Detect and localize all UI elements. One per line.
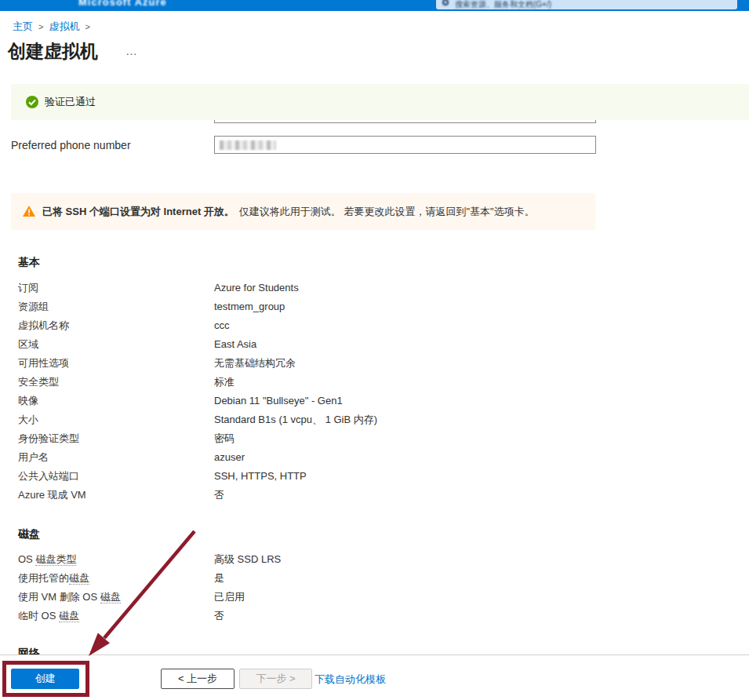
chevron-right-icon: >: [38, 22, 43, 31]
review-row-label: 临时 OS 磁盘: [18, 607, 214, 625]
review-row-value: ccc: [214, 316, 230, 335]
previous-button[interactable]: < 上一步: [161, 669, 235, 689]
azure-logo: Microsoft Azure: [78, 0, 167, 8]
review-row-value: testmem_group: [214, 297, 285, 316]
ssh-warning-bold-text: 已将 SSH 个端口设置为对 Internet 开放。: [42, 206, 235, 217]
section-basics: 基本 订阅Azure for Students 资源组testmem_group…: [18, 256, 377, 505]
tooltip-term: 磁盘类型: [35, 553, 76, 566]
review-row-label: 区域: [18, 335, 214, 354]
redacted-phone-value: [220, 140, 276, 150]
phone-number-field[interactable]: [214, 136, 596, 154]
review-row: Azure 现成 VM否: [18, 486, 377, 505]
footer-bar: 创建 < 上一步 下一步 > 下载自动化模板: [0, 654, 749, 700]
review-row: 用户名azuser: [18, 448, 377, 467]
review-row-value: SSH, HTTPS, HTTP: [214, 467, 307, 486]
review-row: 资源组testmem_group: [18, 297, 377, 316]
check-circle-icon: [26, 96, 38, 108]
warning-triangle-icon: [23, 206, 35, 217]
review-row-label: 用户名: [18, 448, 214, 467]
review-row-label: 资源组: [18, 297, 214, 316]
section-disks-title: 磁盘: [18, 527, 281, 541]
review-row-value: East Asia: [214, 335, 256, 354]
review-row-label: Azure 现成 VM: [18, 486, 214, 505]
review-row-label: 大小: [18, 410, 214, 429]
review-row: 虚拟机名称ccc: [18, 316, 377, 335]
search-placeholder: 搜索资源、服务和文档(G+/): [455, 0, 551, 9]
review-row: 临时 OS 磁盘 否: [18, 607, 281, 625]
review-row-label: 身份验证类型: [18, 429, 214, 448]
tooltip-term: 磁盘: [100, 591, 121, 603]
global-search-input[interactable]: 搜索资源、服务和文档(G+/): [436, 0, 737, 9]
review-row: 区域East Asia: [18, 335, 377, 354]
breadcrumb-vm-link[interactable]: 虚拟机: [49, 20, 79, 32]
review-row-value: Azure for Students: [214, 279, 299, 297]
section-basics-title: 基本: [18, 256, 377, 270]
review-row: 使用 VM 删除 OS 磁盘 已启用: [18, 588, 281, 607]
search-icon: [442, 0, 449, 5]
phone-number-label: Preferred phone number: [11, 139, 131, 151]
review-row: 映像Debian 11 "Bullseye" - Gen1: [18, 392, 377, 410]
review-row-value: 否: [214, 486, 224, 505]
section-disks: 磁盘 OS 磁盘类型 高级 SSD LRS 使用托管的磁盘 是 使用 VM 删除…: [18, 527, 281, 625]
breadcrumb: 主页>虚拟机>: [13, 20, 96, 34]
review-row: OS 磁盘类型 高级 SSD LRS: [18, 550, 281, 569]
validation-success-text: 验证已通过: [45, 84, 96, 120]
review-row: 公共入站端口SSH, HTTPS, HTTP: [18, 467, 377, 486]
review-row: 安全类型标准: [18, 373, 377, 392]
review-row: 大小Standard B1s (1 vcpu、 1 GiB 内存): [18, 410, 377, 429]
review-row-value: azuser: [214, 448, 245, 467]
review-row-value: 已启用: [214, 588, 245, 607]
review-row-value: 无需基础结构冗余: [214, 354, 296, 373]
review-row-value: Debian 11 "Bullseye" - Gen1: [214, 392, 343, 410]
review-row-label: 使用 VM 删除 OS 磁盘: [18, 588, 214, 607]
tooltip-term: 磁盘: [59, 610, 79, 622]
review-row-label: 公共入站端口: [18, 467, 214, 486]
review-row-label: 虚拟机名称: [18, 316, 214, 335]
review-row: 订阅Azure for Students: [18, 279, 377, 297]
page-title: 创建虚拟机: [8, 39, 98, 64]
review-row-label: 订阅: [18, 279, 214, 297]
review-row: 可用性选项无需基础结构冗余: [18, 354, 377, 373]
review-row-label: 映像: [18, 392, 214, 410]
ssh-warning-banner: 已将 SSH 个端口设置为对 Internet 开放。仅建议将此用于测试。 若要…: [11, 193, 595, 230]
review-row-label: 可用性选项: [18, 354, 214, 373]
review-row-value: 密码: [214, 429, 235, 448]
review-row-value: 高级 SSD LRS: [214, 550, 281, 569]
review-row-label: 安全类型: [18, 373, 214, 392]
download-template-link[interactable]: 下载自动化模板: [315, 673, 386, 687]
validation-success-banner: 验证已通过: [11, 84, 749, 120]
create-vm-page: Microsoft Azure 搜索资源、服务和文档(G+/) 主页>虚拟机> …: [0, 0, 749, 700]
review-row-value: 否: [214, 607, 224, 625]
more-options-icon[interactable]: …: [125, 44, 138, 57]
review-row-value: 标准: [214, 373, 235, 392]
breadcrumb-home-link[interactable]: 主页: [13, 20, 33, 32]
review-row-value: 是: [214, 569, 224, 588]
next-button-disabled: 下一步 >: [239, 669, 312, 689]
chevron-right-icon: >: [85, 22, 89, 31]
review-row-label: OS 磁盘类型: [18, 550, 214, 569]
ssh-warning-text: 仅建议将此用于测试。 若要更改此设置，请返回到"基本"选项卡。: [239, 206, 535, 217]
azure-top-bar: Microsoft Azure 搜索资源、服务和文档(G+/): [0, 0, 749, 11]
create-button[interactable]: 创建: [11, 669, 79, 689]
tooltip-term: 磁盘: [69, 572, 89, 585]
review-row-value: Standard B1s (1 vcpu、 1 GiB 内存): [214, 410, 377, 429]
review-row: 使用托管的磁盘 是: [18, 569, 281, 588]
review-row-label: 使用托管的磁盘: [18, 569, 214, 588]
review-row: 身份验证类型密码: [18, 429, 377, 448]
